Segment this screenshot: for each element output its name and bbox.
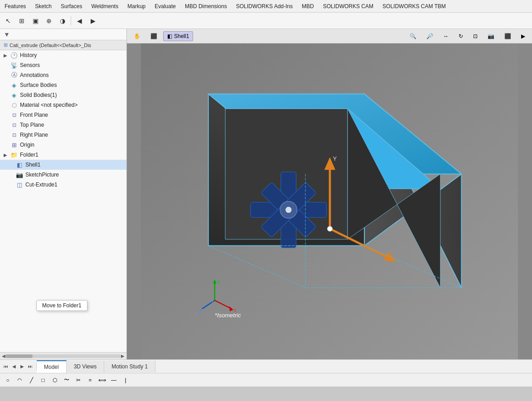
tree-item-cut-extrude1[interactable]: ▶ ◫ Cut-Extrude1 [0,180,126,190]
surface-bodies-label: Surface Bodies [20,82,57,88]
main-toolbar: ↖ ⊞ ▣ ⊕ ◑ ◀ ▶ [0,13,532,29]
tab-last-btn[interactable]: ⏭ [26,363,34,371]
menu-features[interactable]: Features [0,1,30,11]
select-tool-btn[interactable]: ↖ [2,14,15,27]
vp-hand-btn[interactable]: ✋ [130,31,145,41]
box-icon: ▣ [33,17,39,24]
tree-item-sketch-picture[interactable]: ▶ 📷 SketchPicture [0,170,126,180]
menu-sketch[interactable]: Sketch [30,1,56,11]
status-circle-tool[interactable]: ○ [4,376,12,384]
vp-rotate-btn[interactable]: ↻ [455,31,467,41]
menu-mbd-dimensions[interactable]: MBD Dimensions [180,1,232,11]
status-horiz-tool[interactable]: — [110,376,118,384]
surface-bodies-icon: ◈ [10,81,18,89]
folder1-label: Folder1 [20,152,39,158]
menu-evaluate[interactable]: Evaluate [150,1,180,11]
vp-display-btn[interactable]: ⬛ [500,31,515,41]
tree-item-solid-bodies[interactable]: ▶ ◈ Solid Bodies(1) [0,90,126,100]
solid-bodies-icon: ◈ [10,91,18,99]
viewport[interactable]: ✋ ⬛ ◧ Shell1 🔍 🔎 ↔ ↻ ⊡ 📷 ⬛ ▶ [127,29,532,359]
material-label: Material <not specified> [20,102,77,108]
scrollbar-track[interactable] [5,354,121,358]
scroll-left-icon[interactable]: ◀ [2,353,5,358]
tree-item-folder1[interactable]: ▶ 📁 Folder1 [0,150,126,160]
vp-fit-btn[interactable]: ⊡ [469,31,482,41]
crosshair-icon: ⊕ [46,17,52,24]
svg-text:*Isometric: *Isometric [215,312,241,319]
annotations-label: Annotations [20,72,48,78]
status-line-tool[interactable]: ╱ [27,376,35,384]
tree-item-annotations[interactable]: ▶ Ⓐ Annotations [0,70,126,80]
display-icon: ⬛ [504,33,511,39]
menu-weldments[interactable]: Weldments [87,1,123,11]
pointer-icon: ↖ [5,17,11,24]
tree-item-right-plane[interactable]: ▶ ⊡ Right Plane [0,130,126,140]
tab-model[interactable]: Model [37,360,67,373]
grid-btn[interactable]: ⊞ [15,14,28,27]
bottom-tab-bar: ⏮ ◀ ▶ ⏭ Model 3D Views Motion Study 1 [0,359,532,373]
tree-item-sensors[interactable]: ▶ 📡 Sensors [0,60,126,70]
menu-solidworks-cam[interactable]: SOLIDWORKS CAM [319,1,378,11]
svg-text:Y: Y [333,155,337,162]
tab-3d-views[interactable]: 3D Views [67,361,104,372]
tree-item-material[interactable]: ▶ ⬡ Material <not specified> [0,100,126,110]
svg-text:Z: Z [198,309,202,314]
vp-search-btn[interactable]: 🔍 [406,31,421,41]
vp-camera-btn[interactable]: 📷 [484,31,498,41]
menu-solidworks-cam-tbm[interactable]: SOLIDWORKS CAM TBM [378,1,450,11]
menu-markup[interactable]: Markup [123,1,150,11]
status-dim-tool[interactable]: ⟺ [98,376,106,384]
sketch-picture-icon: 📷 [15,171,24,179]
menu-mbd[interactable]: MBD [297,1,319,11]
filter-icon[interactable]: ▼ [4,31,10,38]
chevron-right-icon: ▶ [91,17,96,24]
menu-surfaces[interactable]: Surfaces [56,1,87,11]
move-to-folder-tooltip[interactable]: Move to Folder1 [36,300,87,311]
cube-icon: ⬛ [150,33,157,39]
status-rect-tool[interactable]: □ [39,376,47,384]
palette-btn[interactable]: ◑ [56,14,69,27]
tab-prev-btn[interactable]: ◀ [10,363,18,371]
tab-next-btn[interactable]: ▶ [18,363,26,371]
sketch-picture-label: SketchPicture [25,172,59,178]
tree-item-front-plane[interactable]: ▶ ⊡ Front Plane [0,110,126,120]
tree-horizontal-scrollbar[interactable]: ◀ ▶ [0,352,126,359]
tree-item-top-plane[interactable]: ▶ ⊡ Top Plane [0,120,126,130]
tab-motion-study[interactable]: Motion Study 1 [104,361,155,372]
pan-icon: ↔ [443,33,449,39]
menu-solidworks-addins[interactable]: SOLIDWORKS Add-Ins [232,1,297,11]
tree-item-surface-bodies[interactable]: ▶ ◈ Surface Bodies [0,80,126,90]
status-bar: ○ ◠ ╱ □ ⬡ 〜 ✂ = ⟺ — | [0,373,532,387]
tab-first-btn[interactable]: ⏮ [2,363,10,371]
vp-shell1-btn[interactable]: ◧ Shell1 [163,31,193,41]
prev-btn[interactable]: ◀ [73,14,86,27]
grid-icon: ⊞ [19,17,24,24]
vp-pan-btn[interactable]: ↔ [439,31,453,41]
status-equal-tool[interactable]: = [86,376,94,384]
scrollbar-thumb[interactable] [5,354,33,358]
tree-item-origin[interactable]: ▶ ⊞ Origin [0,140,126,150]
box-btn[interactable]: ▣ [29,14,42,27]
history-icon: 🕐 [10,51,18,59]
hand-icon: ✋ [134,33,140,39]
vp-arrow-btn[interactable]: ▶ [517,31,529,41]
vp-cube-btn[interactable]: ⬛ [146,31,161,41]
status-arc-tool[interactable]: ◠ [15,376,24,384]
next-btn[interactable]: ▶ [87,14,99,27]
rotate-icon: ↻ [459,33,463,39]
status-trim-tool[interactable]: ✂ [74,376,82,384]
vp-zoom-btn[interactable]: 🔎 [422,31,437,41]
tree-item-shell1[interactable]: ▶ ◧ Shell1 Move to Folder1 [0,160,126,170]
tree-item-history[interactable]: ▶ 🕐 History [0,50,126,60]
expand-folder1-icon: ▶ [4,153,9,158]
status-spline-tool[interactable]: 〜 [63,376,71,384]
vp-shell1-label: Shell1 [174,33,189,39]
status-poly-tool[interactable]: ⬡ [51,376,59,384]
scroll-right-icon[interactable]: ▶ [121,353,125,358]
fit-icon: ⊡ [473,33,478,39]
crosshair-btn[interactable]: ⊕ [43,14,55,27]
tree-title-text: Cati_extrude (Default<<Default>_Dis [10,43,91,48]
status-vert-tool[interactable]: | [121,376,130,384]
folder1-icon: 📁 [10,151,18,159]
shell-vp-icon: ◧ [167,33,172,39]
